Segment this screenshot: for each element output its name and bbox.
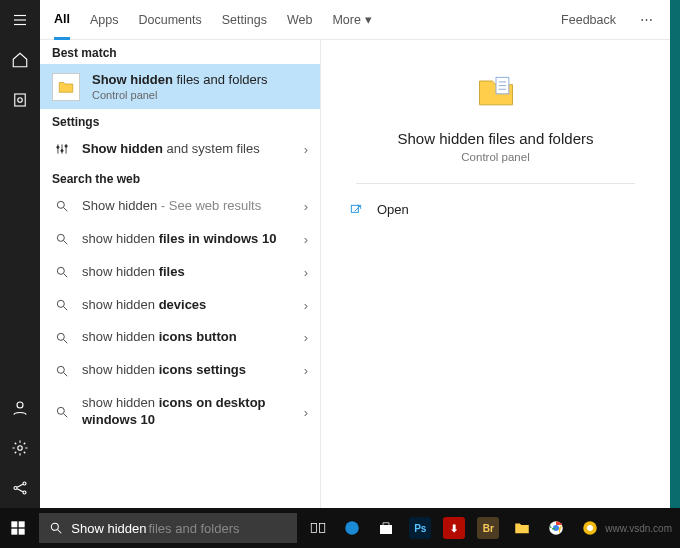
store-icon[interactable]: [371, 513, 401, 543]
start-sidebar: [0, 0, 40, 508]
svg-line-23: [64, 274, 68, 278]
svg-line-42: [58, 530, 62, 534]
chevron-right-icon: ›: [304, 232, 308, 247]
best-match-header: Best match: [40, 40, 320, 64]
preview-subtitle: Control panel: [461, 151, 529, 163]
svg-point-4: [18, 98, 23, 103]
settings-icon[interactable]: [0, 428, 40, 468]
svg-rect-40: [18, 529, 24, 535]
svg-line-31: [64, 414, 68, 418]
svg-point-49: [587, 525, 593, 531]
search-icon: [52, 265, 72, 279]
preview-folder-icon: [474, 70, 518, 114]
svg-point-8: [23, 482, 26, 485]
tab-settings[interactable]: Settings: [222, 0, 267, 40]
best-match-title: Show hidden files and folders: [92, 72, 268, 87]
recent-icon[interactable]: [0, 80, 40, 120]
svg-point-16: [61, 150, 63, 152]
search-icon: [52, 364, 72, 378]
svg-rect-39: [11, 529, 17, 535]
svg-point-18: [57, 202, 64, 209]
chevron-right-icon: ›: [304, 363, 308, 378]
open-action[interactable]: Open: [321, 194, 670, 225]
search-icon: [49, 521, 63, 535]
chevron-right-icon: ›: [304, 405, 308, 420]
tab-more[interactable]: More▾: [332, 0, 371, 40]
search-panel: All Apps Documents Settings Web More▾ Fe…: [40, 0, 670, 508]
search-suggestion: files and folders: [148, 521, 239, 536]
chevron-right-icon: ›: [304, 298, 308, 313]
chevron-right-icon: ›: [304, 142, 308, 157]
share-icon[interactable]: [0, 468, 40, 508]
tab-all[interactable]: All: [54, 0, 70, 40]
search-icon: [52, 405, 72, 419]
chevron-down-icon: ▾: [365, 12, 372, 27]
tab-web[interactable]: Web: [287, 0, 312, 40]
web-header: Search the web: [40, 166, 320, 190]
account-icon[interactable]: [0, 388, 40, 428]
home-icon[interactable]: [0, 40, 40, 80]
best-match-result[interactable]: Show hidden files and folders Control pa…: [40, 64, 320, 109]
svg-line-21: [64, 241, 68, 245]
web-result[interactable]: show hidden icons on desktop windows 10›: [40, 387, 320, 437]
search-icon: [52, 232, 72, 246]
search-icon: [52, 298, 72, 312]
web-result[interactable]: show hidden files in windows 10›: [40, 223, 320, 256]
best-match-subtitle: Control panel: [92, 89, 268, 101]
tab-apps[interactable]: Apps: [90, 0, 119, 40]
svg-line-11: [17, 489, 23, 492]
web-result[interactable]: show hidden files›: [40, 256, 320, 289]
taskbar: Show hidden files and folders Ps ⬇ Br ww…: [0, 508, 680, 548]
svg-rect-43: [312, 524, 317, 533]
web-result[interactable]: show hidden devices›: [40, 289, 320, 322]
web-result[interactable]: show hidden icons settings›: [40, 354, 320, 387]
svg-line-29: [64, 373, 68, 377]
chrome-icon[interactable]: [541, 513, 571, 543]
svg-line-19: [64, 208, 68, 212]
svg-point-28: [57, 366, 64, 373]
chevron-right-icon: ›: [304, 330, 308, 345]
svg-line-10: [17, 484, 23, 487]
web-result[interactable]: show hidden icons button›: [40, 321, 320, 354]
svg-point-7: [14, 487, 17, 490]
edge-icon[interactable]: [337, 513, 367, 543]
filter-tabs: All Apps Documents Settings Web More▾ Fe…: [40, 0, 670, 40]
svg-point-6: [18, 446, 23, 451]
svg-line-27: [64, 340, 68, 344]
explorer-icon[interactable]: [507, 513, 537, 543]
svg-point-26: [57, 333, 64, 340]
chrome-canary-icon[interactable]: [575, 513, 605, 543]
svg-point-24: [57, 300, 64, 307]
menu-icon[interactable]: [0, 0, 40, 40]
svg-point-15: [57, 147, 59, 149]
results-column: Best match Show hidden files and folders…: [40, 40, 320, 508]
watermark: www.vsdn.com: [605, 523, 672, 534]
svg-line-25: [64, 307, 68, 311]
folder-icon: [52, 73, 80, 101]
open-icon: [349, 203, 363, 217]
web-result[interactable]: Show hidden - See web results›: [40, 190, 320, 223]
svg-rect-38: [18, 521, 24, 527]
svg-rect-3: [15, 94, 26, 106]
search-icon: [52, 199, 72, 213]
svg-point-17: [65, 145, 67, 147]
svg-point-45: [346, 521, 360, 535]
chevron-right-icon: ›: [304, 265, 308, 280]
start-button[interactable]: [0, 508, 35, 548]
settings-result[interactable]: Show hidden and system files ›: [40, 133, 320, 166]
acrobat-icon[interactable]: ⬇: [439, 513, 469, 543]
bridge-icon[interactable]: Br: [473, 513, 503, 543]
svg-rect-44: [320, 524, 325, 533]
settings-header: Settings: [40, 109, 320, 133]
svg-point-20: [57, 235, 64, 242]
task-view-icon[interactable]: [303, 513, 333, 543]
divider: [356, 183, 635, 184]
sliders-icon: [52, 142, 72, 156]
feedback-link[interactable]: Feedback: [561, 0, 616, 40]
overflow-button[interactable]: ⋯: [636, 12, 656, 27]
svg-point-22: [57, 267, 64, 274]
tab-documents[interactable]: Documents: [138, 0, 201, 40]
svg-rect-37: [11, 521, 17, 527]
photoshop-icon[interactable]: Ps: [405, 513, 435, 543]
taskbar-search[interactable]: Show hidden files and folders: [39, 513, 297, 543]
